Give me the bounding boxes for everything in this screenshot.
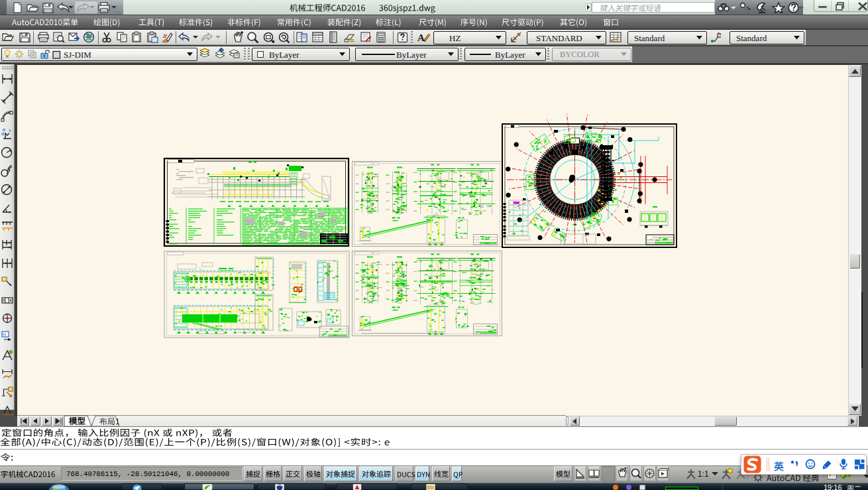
svg-text:x: x <box>9 128 11 133</box>
svg-text:H: H <box>3 332 6 337</box>
svg-text:A: A <box>417 32 425 43</box>
